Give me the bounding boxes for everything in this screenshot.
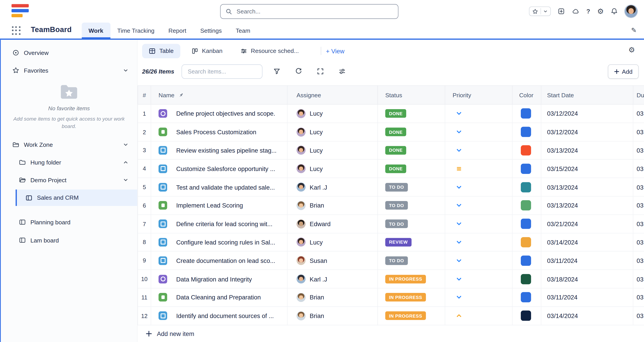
start-date-cell[interactable]: 03/15/2024 [541, 160, 633, 178]
table-row[interactable]: 10 Data Migration and Integrity Karl .J … [138, 270, 644, 288]
table-row[interactable]: 12 Identify and document sources of ... … [138, 307, 644, 325]
tab-work[interactable]: Work [82, 23, 110, 38]
add-view-button[interactable]: + View [326, 47, 345, 54]
col-header-priority[interactable]: Priority [445, 85, 512, 105]
view-tab-table[interactable]: Table [142, 44, 180, 58]
item-name-cell[interactable]: Data Migration and Integrity [151, 270, 288, 288]
assignee-cell[interactable]: Brian [288, 196, 378, 215]
start-date-cell[interactable]: 03/11/2024 [541, 288, 633, 307]
start-date-cell[interactable]: 03/14/2024 [541, 233, 633, 252]
filter-icon[interactable] [270, 64, 284, 79]
col-header-assignee[interactable]: Assignee [288, 85, 378, 105]
apps-plus-icon[interactable] [558, 8, 564, 15]
status-cell[interactable]: DONE [378, 123, 445, 141]
fullscreen-icon[interactable] [313, 64, 328, 79]
color-cell[interactable] [512, 270, 541, 288]
priority-chevron-down-icon[interactable] [456, 276, 462, 282]
status-cell[interactable]: TO DO [378, 215, 445, 233]
priority-cell[interactable] [445, 178, 512, 196]
status-badge[interactable]: REVIEW [385, 238, 412, 247]
status-cell[interactable]: TO DO [378, 196, 445, 215]
start-date-cell[interactable]: 03/12/2024 [541, 105, 633, 123]
status-cell[interactable]: IN PROGRESS [378, 288, 445, 307]
table-row[interactable]: 5 Test and validate the updated sale... … [138, 178, 644, 196]
tab-report[interactable]: Report [161, 23, 193, 38]
color-cell[interactable] [512, 178, 541, 196]
table-row[interactable]: 11 Data Cleaning and Preparation Brian I… [138, 288, 644, 307]
table-row[interactable]: 9 Create documentation on lead sco... Su… [138, 252, 644, 270]
start-date-cell[interactable]: 03/21/2024 [541, 215, 633, 233]
color-swatch[interactable] [521, 200, 531, 211]
due-date-cell[interactable]: 03 [633, 160, 644, 178]
due-date-cell[interactable]: 03 [633, 307, 644, 325]
col-header-start-date[interactable]: Start Date [541, 85, 633, 105]
table-row[interactable]: 8 Configure lead scoring rules in Sal...… [138, 233, 644, 252]
chevron-up-icon[interactable] [123, 160, 128, 165]
chevron-down-icon[interactable] [123, 142, 128, 147]
item-name-cell[interactable]: Define project objectives and scope. [151, 105, 288, 123]
status-badge[interactable]: DONE [385, 109, 406, 118]
cloud-icon[interactable] [572, 8, 580, 15]
item-name-cell[interactable]: Data Cleaning and Preparation [151, 288, 288, 307]
color-cell[interactable] [512, 233, 541, 252]
view-tab-resource-scheduling[interactable]: Resource sched... [234, 44, 306, 58]
item-name-cell[interactable]: Sales Process Customization [151, 123, 288, 141]
color-cell[interactable] [512, 288, 541, 307]
sidebar-item-overview[interactable]: Overview [1, 45, 137, 60]
priority-cell[interactable] [445, 123, 512, 141]
sidebar-item-hung-folder[interactable]: Hung folder [1, 155, 137, 170]
priority-chevron-down-icon[interactable] [456, 147, 462, 153]
priority-cell[interactable] [445, 307, 512, 325]
priority-chevron-down-icon[interactable] [456, 111, 462, 117]
notifications-bell-icon[interactable] [611, 8, 618, 15]
view-tab-kanban[interactable]: Kanban [185, 44, 229, 58]
chevron-down-icon[interactable] [123, 177, 128, 182]
color-cell[interactable] [512, 123, 541, 141]
table-row[interactable]: 7 Define criteria for lead scoring wit..… [138, 215, 644, 233]
user-avatar[interactable] [625, 5, 638, 18]
start-date-cell[interactable]: 03/13/2024 [541, 196, 633, 215]
assignee-cell[interactable]: Karl .J [288, 270, 378, 288]
items-search[interactable] [182, 64, 262, 78]
sidebar-item-planning-board[interactable]: Planning board [1, 215, 137, 229]
table-row[interactable]: 4 Customize Salesforce opportunity ... L… [138, 160, 644, 178]
col-header-status[interactable]: Status [378, 85, 445, 105]
item-name-cell[interactable]: Define criteria for lead scoring wit... [151, 215, 288, 233]
assignee-cell[interactable]: Karl .J [288, 178, 378, 196]
assignee-cell[interactable]: Lucy [288, 123, 378, 141]
priority-cell[interactable] [445, 196, 512, 215]
items-search-input[interactable] [187, 68, 257, 75]
sidebar-item-demo-project[interactable]: Demo Project [1, 173, 137, 187]
due-date-cell[interactable]: 03 [633, 178, 644, 196]
table-row[interactable]: 2 Sales Process Customization Lucy DONE [138, 123, 644, 141]
color-swatch[interactable] [521, 145, 531, 156]
color-swatch[interactable] [521, 255, 531, 266]
assignee-cell[interactable]: Lucy [288, 141, 378, 160]
table-row[interactable]: 1 Define project objectives and scope. L… [138, 105, 644, 123]
color-cell[interactable] [512, 252, 541, 270]
status-cell[interactable]: TO DO [378, 252, 445, 270]
start-date-cell[interactable]: 03/12/2024 [541, 123, 633, 141]
status-cell[interactable]: IN PROGRESS [378, 307, 445, 325]
due-date-cell[interactable]: 03 [633, 141, 644, 160]
color-swatch[interactable] [521, 109, 531, 119]
priority-cell[interactable] [445, 288, 512, 307]
due-date-cell[interactable]: 03 [633, 233, 644, 252]
status-cell[interactable]: DONE [378, 160, 445, 178]
color-swatch[interactable] [521, 127, 531, 137]
favorite-star-button[interactable] [529, 6, 551, 16]
due-date-cell[interactable]: 03 [633, 215, 644, 233]
color-swatch[interactable] [521, 182, 531, 192]
color-cell[interactable] [512, 307, 541, 325]
status-cell[interactable]: DONE [378, 105, 445, 123]
due-date-cell[interactable]: 03 [633, 123, 644, 141]
priority-chevron-down-icon[interactable] [456, 239, 462, 245]
priority-chevron-down-icon[interactable] [456, 221, 462, 227]
col-header-number[interactable]: # [138, 85, 151, 105]
priority-chevron-up-icon[interactable] [456, 313, 462, 319]
status-cell[interactable]: IN PROGRESS [378, 270, 445, 288]
settings-gear-icon[interactable]: ⚙ [597, 8, 604, 15]
edit-pencil-icon[interactable]: ✎ [631, 26, 637, 34]
pin-icon[interactable] [178, 92, 184, 98]
status-cell[interactable]: REVIEW [378, 233, 445, 252]
